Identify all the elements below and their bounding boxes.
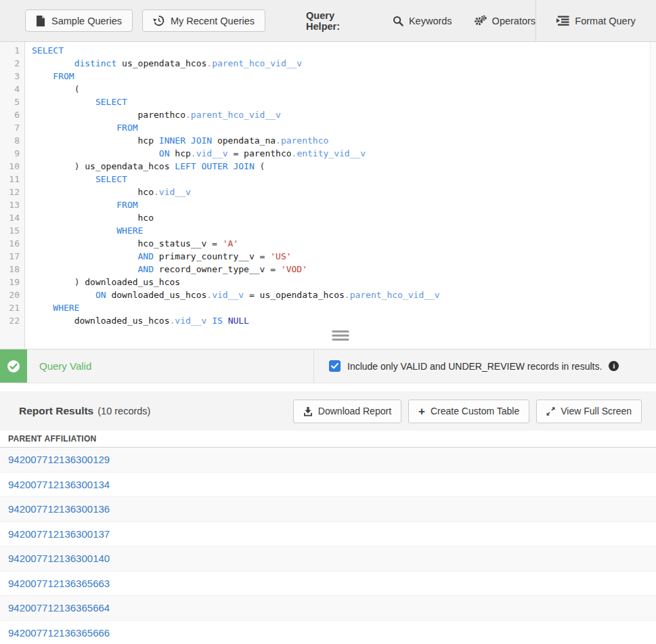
line-number: 11 (0, 173, 24, 186)
results-table: 9420077121363001299420077121363001349420… (0, 448, 656, 644)
indent-icon (556, 16, 569, 26)
result-link[interactable]: 942007712136300140 (8, 553, 110, 564)
table-row: 942007712136300140 (0, 546, 656, 572)
line-number: 14 (0, 211, 24, 224)
format-query-label: Format Query (575, 16, 635, 26)
result-link[interactable]: 942007712136300137 (8, 528, 110, 540)
report-results-count: (10 records) (97, 406, 150, 416)
report-results-bar: Report Results (10 records) Download Rep… (0, 391, 656, 431)
my-recent-queries-label: My Recent Queries (171, 16, 255, 26)
line-number: 15 (0, 224, 24, 237)
search-icon (393, 16, 403, 26)
section-spacer (0, 383, 656, 391)
query-toolbar: Sample Queries My Recent Queries Query H… (0, 0, 656, 42)
result-link[interactable]: 942007712136300129 (8, 454, 110, 465)
code-line: FROM (32, 70, 649, 83)
code-line: SELECT (32, 44, 649, 57)
record-filter-section: Include only VALID and UNDER_REVIEW reco… (314, 349, 656, 383)
result-link[interactable]: 942007712136365663 (8, 578, 110, 589)
line-number: 10 (0, 160, 24, 173)
editor-resize-handle[interactable] (330, 328, 351, 343)
line-number: 13 (0, 198, 24, 211)
code-line: FROM (32, 198, 649, 211)
line-number: 2 (0, 57, 24, 70)
result-link[interactable]: 942007712136300136 (8, 503, 110, 515)
download-icon (303, 406, 313, 416)
table-row: 942007712136365666 (0, 621, 656, 644)
sql-code-area[interactable]: SELECT distinct us_opendata_hcos.parent_… (26, 42, 649, 332)
table-row: 942007712136365664 (0, 596, 656, 621)
code-line: hco (32, 211, 649, 224)
table-row: 942007712136300134 (0, 473, 656, 498)
code-line: ) downloaded_us_hcos (32, 276, 649, 288)
result-link[interactable]: 942007712136365666 (8, 627, 110, 639)
line-number: 19 (0, 276, 24, 288)
view-full-screen-button[interactable]: View Full Screen (536, 400, 642, 423)
sample-queries-button[interactable]: Sample Queries (25, 9, 133, 32)
code-line: AND primary_country__v = 'US' (32, 250, 649, 263)
line-number: 17 (0, 250, 24, 263)
line-number: 4 (0, 83, 24, 95)
operators-menu[interactable]: Operators (474, 15, 535, 26)
operators-label: Operators (492, 16, 535, 26)
line-number: 5 (0, 95, 24, 108)
line-number: 8 (0, 134, 24, 147)
code-line: WHERE (32, 301, 649, 314)
line-number: 3 (0, 70, 24, 83)
format-query-button[interactable]: Format Query (535, 0, 656, 41)
table-row: 942007712136300136 (0, 497, 656, 522)
plus-icon: + (418, 406, 425, 417)
table-row: 942007712136365663 (0, 572, 656, 597)
editor-scrollbar[interactable] (650, 42, 656, 349)
code-line: downloaded_us_hcos.vid__v IS NULL (32, 314, 649, 327)
my-recent-queries-button[interactable]: My Recent Queries (142, 9, 265, 32)
result-link[interactable]: 942007712136365664 (8, 602, 110, 614)
line-number: 22 (0, 314, 24, 327)
line-number: 20 (0, 288, 24, 301)
line-number: 1 (0, 44, 24, 57)
query-status-bar: Query Valid Include only VALID and UNDER… (0, 349, 656, 383)
line-number: 18 (0, 263, 24, 276)
code-line: WHERE (32, 224, 649, 237)
line-number: 21 (0, 301, 24, 314)
check-circle-icon (7, 360, 20, 373)
results-actions: Download Report + Create Custom Table Vi… (293, 400, 642, 423)
create-custom-table-label: Create Custom Table (431, 406, 519, 416)
sql-editor: 12345678910111213141516171819202122 SELE… (0, 42, 656, 349)
keywords-menu[interactable]: Keywords (393, 16, 452, 26)
code-line: ) us_opendata_hcos LEFT OUTER JOIN ( (32, 160, 649, 173)
query-valid-text: Query Valid (39, 360, 91, 372)
line-number: 9 (0, 147, 24, 160)
create-custom-table-button[interactable]: + Create Custom Table (408, 400, 529, 423)
code-line: ON hcp.vid__v = parenthco.entity_vid__v (32, 147, 649, 160)
result-link[interactable]: 942007712136300134 (8, 479, 110, 490)
status-green-block (0, 349, 27, 383)
view-full-screen-label: View Full Screen (561, 406, 632, 416)
code-line: ON downloaded_us_hcos.vid__v = us_openda… (32, 288, 649, 301)
query-valid-section: Query Valid (27, 349, 314, 383)
history-icon (153, 15, 165, 26)
include-valid-checkbox[interactable] (329, 360, 341, 372)
table-row: 942007712136300137 (0, 522, 656, 547)
column-header-parent-affiliation: PARENT AFFILIATION (0, 431, 656, 448)
line-number: 6 (0, 108, 24, 121)
sample-queries-label: Sample Queries (51, 16, 122, 26)
code-line: hco.vid__v (32, 186, 649, 198)
gears-icon (474, 15, 487, 26)
line-number-gutter: 12345678910111213141516171819202122 (0, 42, 25, 349)
include-valid-label[interactable]: Include only VALID and UNDER_REVIEW reco… (347, 361, 602, 372)
table-row: 942007712136300129 (0, 448, 656, 473)
code-line: distinct us_opendata_hcos.parent_hco_vid… (32, 57, 649, 70)
line-number: 7 (0, 121, 24, 134)
expand-arrows-icon (546, 407, 555, 416)
code-line: AND record_owner_type__v = 'VOD' (32, 263, 649, 276)
file-icon (36, 16, 45, 26)
query-helper-label: Query Helper: (306, 10, 371, 32)
keywords-label: Keywords (409, 16, 452, 26)
code-line: SELECT (32, 95, 649, 108)
line-number: 12 (0, 186, 24, 198)
download-report-button[interactable]: Download Report (293, 400, 401, 423)
code-line: hco_status__v = 'A' (32, 237, 649, 250)
info-icon[interactable]: i (609, 361, 619, 371)
line-number: 16 (0, 237, 24, 250)
